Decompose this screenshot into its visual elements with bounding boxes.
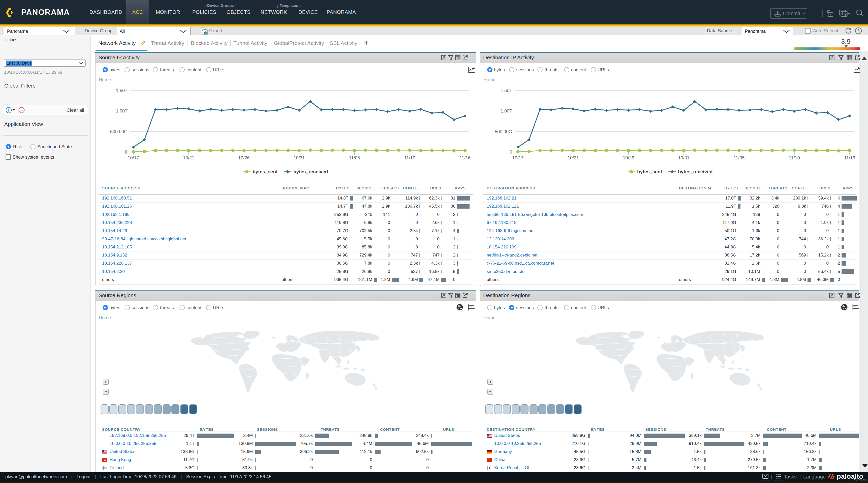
svg-text:11/05: 11/05 [349, 155, 360, 161]
svg-text:11/16: 11/16 [460, 155, 470, 161]
svg-text:10/26: 10/26 [238, 155, 249, 161]
svg-text:?: ? [857, 28, 860, 33]
svg-text:11/16: 11/16 [844, 155, 855, 161]
svg-text:500.00G: 500.00G [110, 129, 127, 134]
svg-text:500.00G: 500.00G [495, 129, 512, 134]
svg-text:10/26: 10/26 [623, 155, 634, 161]
svg-text:10/31: 10/31 [678, 155, 689, 161]
svg-text:10/21: 10/21 [567, 155, 579, 161]
svg-text:1.50T: 1.50T [500, 88, 512, 93]
svg-text:11/05: 11/05 [734, 155, 745, 161]
svg-text:10/17: 10/17 [512, 155, 524, 161]
svg-text:10/31: 10/31 [293, 155, 305, 161]
svg-text:1.00T: 1.00T [116, 109, 127, 114]
svg-text:1.50T: 1.50T [116, 88, 127, 93]
svg-text:10/17: 10/17 [127, 155, 139, 161]
svg-text:10/21: 10/21 [183, 155, 194, 161]
svg-text:0: 0 [125, 149, 127, 154]
svg-text:0: 0 [509, 149, 512, 154]
svg-text:11/10: 11/10 [789, 155, 800, 161]
svg-text:11/10: 11/10 [404, 155, 415, 161]
svg-text:1.00T: 1.00T [500, 109, 512, 114]
